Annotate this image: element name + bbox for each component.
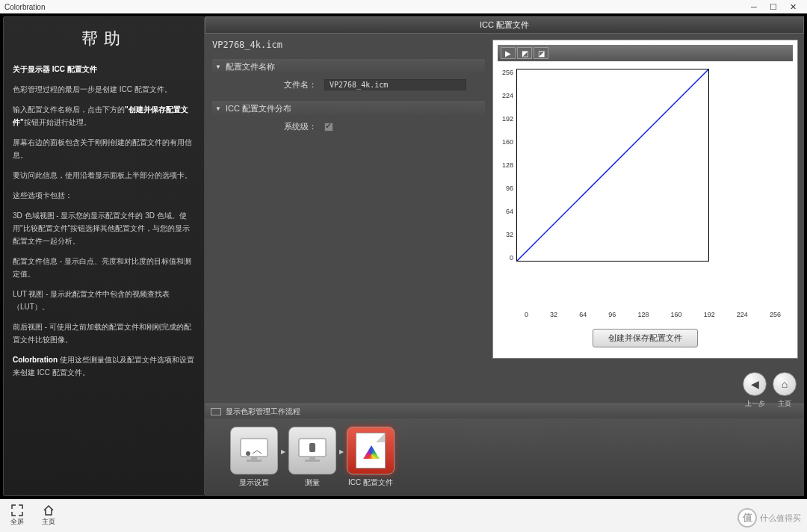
profile-settings: VP2768_4k.icm ▼ 配置文件名称 文件名： VP2768_4k.ic… bbox=[205, 34, 492, 403]
minimize-icon[interactable]: ─ bbox=[744, 2, 764, 11]
section-profile-distribution[interactable]: ▼ ICC 配置文件分布 bbox=[212, 101, 485, 117]
window-titlebar: Colorbration ─ ☐ ✕ bbox=[0, 0, 807, 13]
back-label: 上一步 bbox=[743, 399, 767, 409]
help-text: 3D 色域视图 - 显示您的显示配置文件的 3D 色域。使用"比较配置文件"按钮… bbox=[13, 209, 195, 247]
help-text: 输入配置文件名称后，点击下方的"创建并保存配置文件"按钮开始进行处理。 bbox=[13, 103, 195, 129]
back-button[interactable]: ◀ bbox=[743, 372, 767, 396]
workflow-label: 显示色彩管理工作流程 bbox=[226, 406, 300, 417]
chevron-right-icon: ▸ bbox=[339, 446, 344, 457]
chevron-right-icon: ▸ bbox=[281, 446, 285, 457]
home-label-bottom: 主页 bbox=[42, 517, 55, 527]
play-icon[interactable]: ▶ bbox=[501, 47, 516, 59]
svg-rect-6 bbox=[309, 457, 315, 460]
maximize-icon[interactable]: ☐ bbox=[764, 2, 783, 12]
svg-line-0 bbox=[517, 69, 708, 261]
x-axis-ticks: 0326496128160192224256 bbox=[498, 308, 793, 318]
lut-view-icon[interactable]: ◩ bbox=[517, 47, 532, 59]
step-label: ICC 配置文件 bbox=[348, 477, 393, 488]
fullscreen-label: 全屏 bbox=[10, 517, 24, 527]
step-label: 显示设置 bbox=[239, 477, 269, 488]
home-label: 主页 bbox=[773, 399, 797, 409]
system-level-checkbox[interactable] bbox=[324, 123, 333, 132]
svg-rect-3 bbox=[247, 460, 262, 462]
compare-icon[interactable]: ◪ bbox=[534, 47, 548, 59]
svg-point-4 bbox=[246, 451, 250, 456]
watermark-text: 什么值得买 bbox=[760, 513, 801, 524]
svg-rect-7 bbox=[305, 460, 320, 462]
help-panel: 帮助 关于显示器 ICC 配置文件 色彩管理过程的最后一步是创建 ICC 配置文… bbox=[3, 16, 205, 496]
help-text: 色彩管理过程的最后一步是创建 ICC 配置文件。 bbox=[13, 83, 195, 96]
profile-filename-title: VP2768_4k.icm bbox=[212, 40, 485, 50]
step-label: 测量 bbox=[305, 477, 320, 488]
workflow-header: 显示色彩管理工作流程 bbox=[205, 403, 804, 418]
help-heading: 关于显示器 ICC 配置文件 bbox=[13, 63, 195, 75]
collapse-arrow-icon: ▼ bbox=[215, 105, 221, 112]
step-icc-profile[interactable] bbox=[347, 427, 395, 474]
filename-input[interactable]: VP2768_4k.icm bbox=[324, 79, 466, 90]
section-label: 配置文件名称 bbox=[226, 61, 275, 72]
svg-rect-8 bbox=[309, 443, 315, 452]
fullscreen-button[interactable]: 全屏 bbox=[10, 504, 24, 527]
chart-panel: ▶ ◩ ◪ 2562241921601289664320 03264961281… bbox=[492, 40, 798, 359]
system-level-label: 系统级： bbox=[272, 121, 317, 132]
workflow-steps: 显示设置 ▸ 测量 ▸ ICC 配置文件 bbox=[205, 418, 804, 496]
main-panel: ICC 配置文件 VP2768_4k.icm ▼ 配置文件名称 文件名： VP2… bbox=[205, 16, 804, 496]
document-icon bbox=[356, 433, 386, 468]
help-text: 屏幕右边的面板包含关于刚刚创建的配置文件的有用信息。 bbox=[13, 136, 195, 161]
help-text: 这些选项卡包括： bbox=[13, 189, 195, 202]
window-title: Colorbration bbox=[4, 3, 45, 11]
help-title: 帮助 bbox=[13, 25, 195, 52]
step-display-settings[interactable] bbox=[230, 427, 278, 474]
filename-label: 文件名： bbox=[272, 79, 317, 90]
collapse-arrow-icon: ▼ bbox=[215, 64, 221, 70]
home-button[interactable]: ⌂ bbox=[773, 372, 797, 396]
lut-plot bbox=[516, 69, 709, 262]
watermark: 值 什么值得买 bbox=[738, 508, 801, 528]
help-text: 前后视图 - 可使用之前加载的配置文件和刚刚完成的配置文件比较图像。 bbox=[13, 321, 195, 346]
svg-rect-1 bbox=[241, 439, 268, 457]
monitor-icon bbox=[211, 408, 221, 415]
home-button-bottom[interactable]: 主页 bbox=[42, 504, 55, 527]
help-text: Colorbration 使用这些测量值以及配置文件选项和设置来创建 ICC 配… bbox=[13, 353, 195, 379]
watermark-icon: 值 bbox=[738, 508, 757, 528]
create-save-profile-button[interactable]: 创建并保存配置文件 bbox=[593, 329, 698, 347]
section-label: ICC 配置文件分布 bbox=[226, 103, 291, 114]
help-text: LUT 视图 - 显示此配置文件中包含的视频查找表（LUT）。 bbox=[13, 288, 195, 313]
y-axis-ticks: 2562241921601289664320 bbox=[502, 69, 516, 262]
step-measure[interactable] bbox=[288, 427, 336, 474]
close-icon[interactable]: ✕ bbox=[783, 2, 803, 12]
section-header: ICC 配置文件 bbox=[205, 16, 804, 34]
chart-toolbar: ▶ ◩ ◪ bbox=[498, 45, 793, 61]
bottom-toolbar: 全屏 主页 bbox=[0, 499, 807, 532]
help-text: 要访问此信息，使用沿着显示面板上半部分的选项卡。 bbox=[13, 169, 195, 182]
help-text: 配置文件信息 - 显示白点、亮度和对比度的目标值和测定值。 bbox=[13, 255, 195, 280]
section-profile-name[interactable]: ▼ 配置文件名称 bbox=[212, 59, 485, 75]
svg-rect-2 bbox=[251, 457, 257, 460]
